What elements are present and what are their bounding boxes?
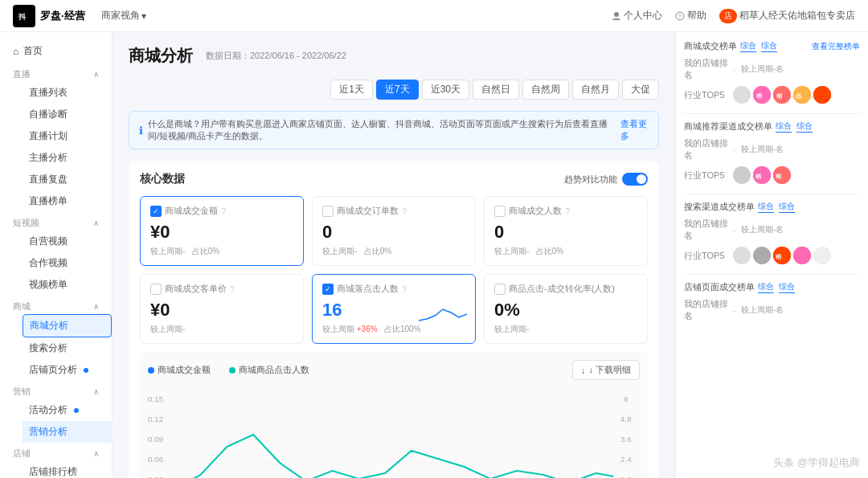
trend-toggle-switch[interactable]: [622, 173, 648, 186]
top-nav: 抖 罗盘·经营 商家视角 ▾ 个人中心 ? 帮助 店 稻草人经天佑地箱包专卖店: [0, 0, 868, 32]
metric-checkbox-1[interactable]: [322, 206, 334, 217]
metric-checkbox-0[interactable]: ✓: [150, 206, 162, 217]
avatar-s5: [813, 247, 831, 264]
page-header: 商城分析 数据日期：2022/06/16 - 2022/06/22 近1天 近7…: [129, 45, 659, 100]
info-icon: ℹ: [139, 125, 143, 137]
avatar-s4: [793, 247, 811, 264]
metric-compare-1: 较上周期- 占比0%: [322, 246, 465, 257]
avatar-s3: 稻: [773, 247, 791, 264]
sidebar-item-live-rank[interactable]: 直播榜单: [23, 190, 112, 212]
sidebar-item-live-list[interactable]: 直播列表: [23, 82, 112, 104]
rank-tab-sp-2[interactable]: 综合: [779, 281, 795, 293]
sidebar-sub-short-video: 自营视频 合作视频 视频榜单: [0, 231, 112, 296]
tab-30day[interactable]: 近30天: [422, 80, 469, 100]
sidebar-item-self-video[interactable]: 自营视频: [23, 231, 112, 252]
sidebar-section-short-video[interactable]: 短视频 ∧: [0, 214, 112, 231]
rank-avatars-3: 稻: [733, 247, 831, 264]
metric-checkbox-2[interactable]: [494, 206, 506, 217]
view-more-link[interactable]: 查看更多: [620, 118, 649, 142]
sidebar-item-live-plan[interactable]: 直播计划: [23, 125, 112, 147]
svg-text:稻: 稻: [755, 93, 763, 99]
industry-top5-row-2: 行业TOP5 稻 稻: [684, 166, 860, 184]
metric-checkbox-5[interactable]: [494, 284, 506, 295]
metric-compare-3: 较上周期-: [150, 324, 293, 335]
sparkline-chart: [419, 304, 467, 327]
sidebar-item-home[interactable]: ⌂ 首页: [0, 39, 112, 63]
my-store-rank-row-4: 我的店铺排名 - 较上周期-名: [684, 298, 860, 322]
industry-top5-row-1: 行业TOP5 稻 稻 品: [684, 86, 860, 104]
my-store-rank-row-2: 我的店铺排名 - 较上周期-名: [684, 137, 860, 161]
rank-tab-search-2[interactable]: 综合: [779, 201, 795, 213]
sidebar-item-mall-analysis[interactable]: 商城分析: [23, 314, 112, 337]
chevron-mall: ∧: [93, 302, 99, 311]
svg-point-2: [614, 12, 619, 17]
sidebar-item-video-rank[interactable]: 视频榜单: [23, 274, 112, 296]
rank-tab-rec-1[interactable]: 综合: [776, 121, 792, 133]
sidebar-item-self-diagnosis[interactable]: 自播诊断: [23, 104, 112, 125]
trend-toggle[interactable]: 趋势对比功能: [564, 173, 648, 186]
metrics-grid-row1: ✓ 商城成交金额 ? ¥0 较上周期- 占比0% 商城成交订单数 ? 0: [140, 196, 648, 266]
logo-icon: 抖: [13, 5, 35, 27]
tab-promotion[interactable]: 大促: [622, 80, 659, 100]
avatar-1: [733, 86, 751, 104]
sidebar-section-mall[interactable]: 商城 ∧: [0, 297, 112, 314]
rank-tabs-recommend: 综合 综合: [776, 121, 813, 133]
merchant-view[interactable]: 商家视角 ▾: [101, 9, 146, 22]
tab-natural-week[interactable]: 自然周: [522, 80, 569, 100]
tab-1day[interactable]: 近1天: [330, 80, 373, 100]
tab-natural-month[interactable]: 自然月: [572, 80, 619, 100]
new-dot-badge: [84, 368, 88, 373]
help-link[interactable]: ? 帮助: [675, 9, 706, 22]
main-chart: 0.15 0.12 0.09 0.06 0.03 0 6 4.8 3.6 2.4…: [148, 386, 640, 478]
avatar-4: 品: [793, 86, 811, 104]
sidebar-section-live[interactable]: 直播 ∧: [0, 65, 112, 82]
rank-tab-comprehensive[interactable]: 综合: [740, 40, 756, 52]
sidebar-section-store[interactable]: 店铺 ∧: [0, 444, 112, 461]
rank-tab-rec-2[interactable]: 综合: [796, 121, 813, 133]
avatar-2: 稻: [753, 86, 771, 104]
core-data-header: 核心数据 趋势对比功能: [140, 172, 648, 186]
svg-text:品: 品: [796, 93, 801, 99]
top-nav-right: 个人中心 ? 帮助 店 稻草人经天佑地箱包专卖店: [612, 9, 855, 23]
avatar-r3: 稻: [773, 166, 791, 184]
metric-card-0: ✓ 商城成交金额 ? ¥0 较上周期- 占比0%: [140, 196, 304, 266]
metric-checkbox-3[interactable]: [150, 284, 162, 295]
metric-label-4: ✓ 商城落点击人数 ?: [322, 283, 465, 295]
svg-text:稻: 稻: [775, 174, 782, 179]
avatar-s1: [733, 247, 751, 264]
legend-dot-1: [148, 367, 154, 374]
rank-tab-search-1[interactable]: 综合: [758, 201, 774, 213]
rank-tab-comprehensive2[interactable]: 综合: [761, 40, 777, 52]
metric-compare-5: 较上周期-: [494, 324, 637, 335]
sidebar-item-store-page-analysis[interactable]: 店铺页分析: [23, 359, 112, 381]
view-full-rank-link[interactable]: 查看完整榜单: [812, 41, 860, 52]
sidebar-sub-live: 直播列表 自播诊断 直播计划 主播分析 直播复盘 直播榜单: [0, 82, 112, 212]
metric-value-2: 0: [494, 222, 637, 243]
download-button[interactable]: ↓ ↓ 下载明细: [572, 360, 640, 380]
sidebar-item-live-replay[interactable]: 直播复盘: [23, 169, 112, 190]
sidebar-item-activity-analysis[interactable]: 活动分析: [23, 399, 112, 421]
svg-text:稻: 稻: [755, 174, 762, 179]
personal-center[interactable]: 个人中心: [612, 9, 662, 22]
sidebar-item-store-rank[interactable]: 店铺排行榜: [23, 461, 112, 478]
metric-card-3: 商城成交客单价 ? ¥0 较上周期-: [140, 274, 304, 344]
marketing-dot-badge: [74, 408, 79, 413]
tab-7day[interactable]: 近7天: [376, 80, 419, 100]
metric-card-5: 商品点击-成交转化率(人数) 0% 较上周期-: [484, 274, 648, 344]
svg-text:抖: 抖: [18, 13, 27, 21]
rank-section-store-page: 店铺页面成交榜单 综合 综合 我的店铺排名 - 较上周期-名: [684, 281, 860, 322]
sidebar-item-marketing-analysis[interactable]: 营销分析: [23, 421, 112, 443]
sidebar-section-marketing[interactable]: 营销 ∧: [0, 382, 112, 399]
sidebar-item-search-analysis[interactable]: 搜索分析: [23, 337, 112, 359]
rank-avatars-2: 稻 稻: [733, 166, 791, 184]
metric-value-1: 0: [322, 222, 465, 243]
sidebar-item-coop-video[interactable]: 合作视频: [23, 252, 112, 274]
svg-text:0.12: 0.12: [148, 415, 163, 423]
metric-value-5: 0%: [494, 300, 637, 321]
metric-checkbox-4[interactable]: ✓: [322, 284, 334, 295]
avatar-5: [813, 86, 831, 104]
sidebar-item-host-analysis[interactable]: 主播分析: [23, 147, 112, 169]
rank-tab-sp-1[interactable]: 综合: [758, 281, 774, 293]
tab-natural-day[interactable]: 自然日: [473, 80, 519, 100]
time-tabs: 近1天 近7天 近30天 自然日 自然周 自然月 大促: [330, 80, 659, 100]
